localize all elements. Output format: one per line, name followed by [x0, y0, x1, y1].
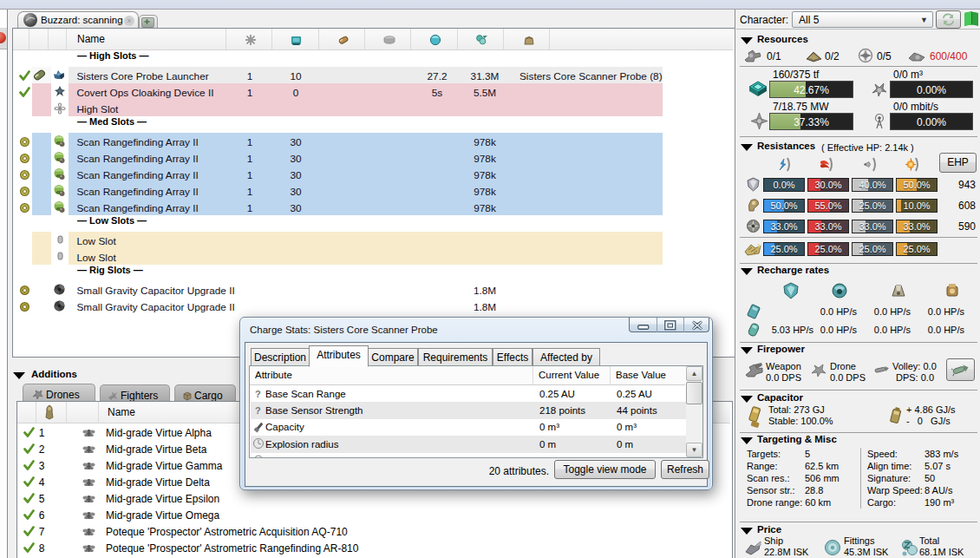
- svg-text:?: ?: [255, 389, 261, 399]
- svg-text:?: ?: [255, 405, 261, 416]
